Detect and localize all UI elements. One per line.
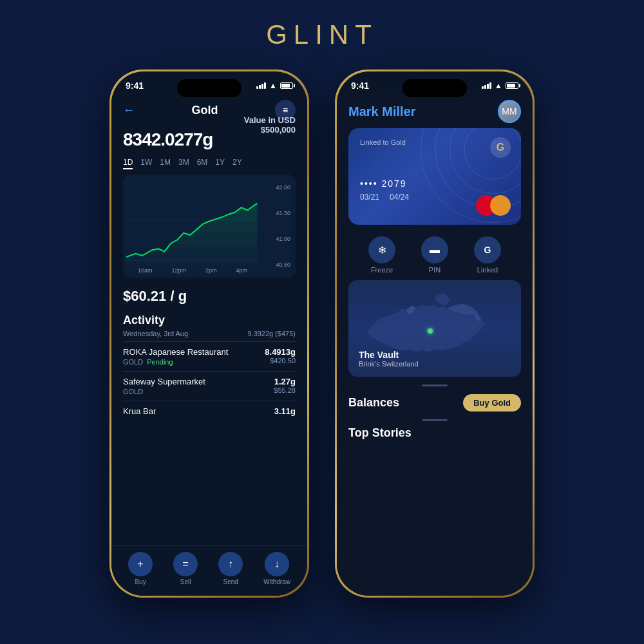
right-phone-frame: 9:41 ▲ Mark [335, 70, 535, 598]
activity-item-2-right: 1.27g $55.28 [274, 377, 296, 394]
tab-6m[interactable]: 6M [197, 158, 208, 169]
freeze-action[interactable]: ❄ Freeze [368, 236, 395, 274]
price-per-gram-section: $60.21 / g [111, 281, 307, 310]
x-label-2: 12pm [171, 267, 186, 274]
activity-item-1[interactable]: ROKA Japanese Restaurant GOLD Pending 8.… [123, 341, 296, 371]
activity-item-3[interactable]: Krua Bar 3.11g [123, 401, 296, 421]
right-screen: Mark Miller MM Linked to Gold [337, 95, 533, 596]
activity-item-3-left: Krua Bar [123, 406, 274, 416]
gold-amount-section: 8342.0277g Value in USD $500,000 [111, 123, 307, 154]
value-usd-section: Value in USD $500,000 [244, 115, 296, 135]
tab-1y[interactable]: 1Y [215, 158, 225, 169]
x-label-4: 4pm [236, 267, 247, 274]
dynamic-island-right [402, 79, 467, 97]
value-label: Value in USD [244, 115, 296, 125]
y-label-3: 41.00 [276, 236, 290, 242]
price-per-gram: $60.21 / g [123, 288, 296, 305]
x-label-3: 2pm [205, 267, 217, 274]
card-linked-label: Linked to Gold [360, 138, 509, 146]
buy-icon: + [128, 552, 153, 576]
sell-tab[interactable]: = Sell [173, 552, 198, 585]
send-icon: ↑ [218, 552, 243, 576]
pin-action[interactable]: ▬ PIN [421, 236, 448, 274]
battery-fill-right [507, 84, 515, 88]
activity-item-2-usd: $55.28 [274, 386, 296, 394]
card-glint-logo: G [490, 137, 511, 158]
card-actions: ❄ Freeze ▬ PIN G Linked [337, 230, 533, 280]
activity-item-1-tags: GOLD Pending [123, 358, 265, 366]
status-icons-left: ▲ [256, 81, 293, 90]
activity-item-2-tags: GOLD [123, 388, 274, 395]
buy-gold-button[interactable]: Buy Gold [463, 394, 521, 412]
filter-icon: ≡ [283, 105, 288, 115]
top-stories-title: Top Stories [348, 426, 521, 440]
map-section: The Vault Brink's Switzerland [337, 280, 533, 382]
tab-1w[interactable]: 1W [140, 158, 152, 169]
activity-item-3-grams: 3.11g [274, 406, 296, 416]
card-date-1: 03/21 [360, 193, 379, 202]
signal-bar-1 [256, 86, 258, 89]
x-label-1: 10am [138, 267, 153, 274]
tag-pending-1: Pending [147, 358, 173, 366]
brand-header: GLINT [0, 0, 644, 63]
signal-bar-4 [264, 82, 266, 89]
linked-action[interactable]: G Linked [474, 236, 501, 274]
status-time-left: 9:41 [126, 80, 144, 91]
balances-title: Balances [348, 396, 399, 410]
buy-tab[interactable]: + Buy [128, 552, 153, 585]
back-button[interactable]: ← [123, 104, 135, 117]
y-label-4: 40.50 [276, 261, 290, 268]
signal-icon-right [482, 82, 491, 89]
vault-title: The Vault [359, 350, 419, 360]
tab-1d[interactable]: 1D [123, 158, 133, 169]
left-phone-inner: 9:41 ▲ ← [111, 71, 307, 596]
vault-subtitle: Brink's Switzerland [359, 360, 419, 368]
wifi-icon-right: ▲ [495, 81, 502, 90]
battery-icon-right [506, 82, 518, 89]
tag-gold-2: GOLD [123, 388, 143, 395]
freeze-icon: ❄ [368, 236, 395, 263]
send-tab[interactable]: ↑ Send [218, 552, 243, 585]
tab-1m[interactable]: 1M [160, 158, 171, 169]
chart-svg [123, 175, 296, 278]
mc-orange-circle [490, 195, 511, 216]
vault-info: The Vault Brink's Switzerland [359, 350, 419, 368]
gold-screen-title: Gold [192, 104, 218, 117]
card-date-2: 04/24 [390, 193, 409, 202]
activity-date: Wednesday, 3rd Aug 9.3922g ($475) [123, 330, 296, 337]
signal-bar-2 [259, 85, 261, 89]
activity-item-2[interactable]: Safeway Supermarket GOLD 1.27g $55.28 [123, 371, 296, 401]
price-chart: 42.00 41.50 41.00 40.50 10am 12pm 2pm 4p… [123, 175, 296, 278]
activity-section: Activity Wednesday, 3rd Aug 9.3922g ($47… [111, 310, 307, 545]
tab-3m[interactable]: 3M [178, 158, 189, 169]
activity-item-2-name: Safeway Supermarket [123, 377, 274, 386]
chart-y-labels: 42.00 41.50 41.00 40.50 [276, 175, 290, 278]
activity-date-text: Wednesday, 3rd Aug [123, 330, 188, 337]
time-tabs: 1D 1W 1M 3M 6M 1Y 2Y [123, 158, 296, 169]
withdraw-label: Withdraw [263, 578, 290, 585]
linked-icon: G [474, 236, 501, 263]
activity-title: Activity [123, 314, 296, 327]
card-section: Linked to Gold G •••• 2079 03/21 04/24 [337, 128, 533, 230]
tab-2y[interactable]: 2Y [232, 158, 242, 169]
pin-icon: ▬ [421, 236, 448, 263]
status-time-right: 9:41 [351, 80, 369, 91]
avatar-initials: MM [502, 106, 516, 117]
withdraw-tab[interactable]: ↓ Withdraw [263, 552, 290, 585]
scroll-indicator-2 [422, 419, 448, 421]
gold-card[interactable]: Linked to Gold G •••• 2079 03/21 04/24 [348, 128, 521, 225]
profile-avatar[interactable]: MM [498, 100, 521, 123]
signal-bar-3 [261, 84, 263, 89]
wifi-icon-left: ▲ [269, 81, 277, 90]
tag-gold-1: GOLD [123, 358, 143, 366]
mastercard-logo [476, 195, 511, 216]
left-phone-frame: 9:41 ▲ ← [109, 70, 309, 598]
activity-item-1-right: 8.4913g $420.50 [265, 347, 296, 365]
activity-item-3-right: 3.11g [274, 406, 296, 416]
chart-x-labels: 10am 12pm 2pm 4pm [128, 267, 257, 274]
top-stories-section: Top Stories [337, 424, 533, 442]
status-icons-right: ▲ [482, 81, 518, 90]
right-phone-inner: 9:41 ▲ Mark [337, 71, 533, 596]
brand-logo: GLINT [0, 19, 644, 50]
profile-name: Mark Miller [348, 104, 415, 119]
